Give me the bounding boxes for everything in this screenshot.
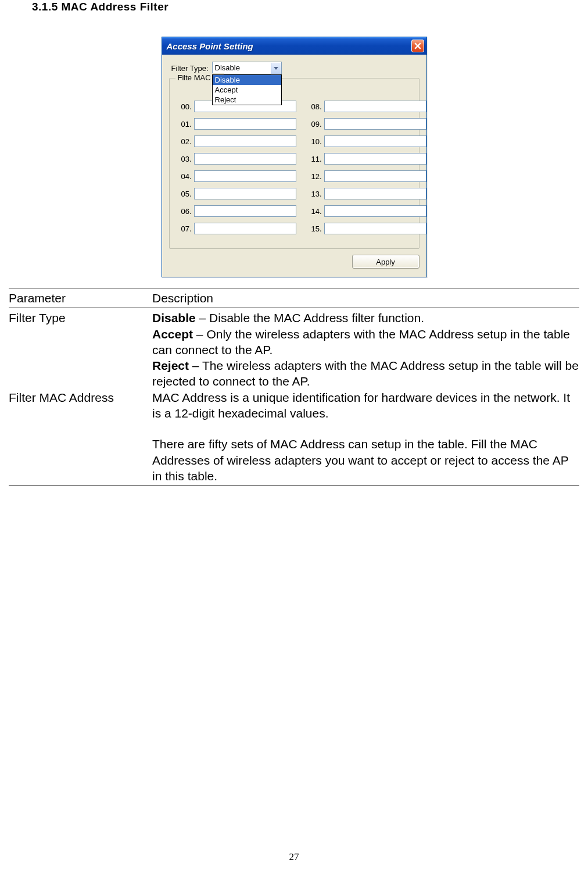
mac-row: 07. <box>177 223 296 234</box>
mac-input-08[interactable] <box>324 101 426 112</box>
mac-col-right: 08. 09. 10. 11. 12. 13. 14. 15. <box>307 101 426 240</box>
combo-arrow[interactable] <box>271 63 281 74</box>
mac-row: 15. <box>307 223 426 234</box>
apply-button[interactable]: Apply <box>352 255 420 269</box>
mac-label: 02. <box>177 137 192 146</box>
table-row: Filter Type Disable – Disable the MAC Ad… <box>9 310 579 389</box>
mac-input-06[interactable] <box>194 205 296 217</box>
mac-row: 09. <box>307 118 426 130</box>
mac-input-12[interactable] <box>324 170 426 182</box>
close-button[interactable] <box>411 40 424 52</box>
mac-input-13[interactable] <box>324 188 426 199</box>
param-filter-mac: Filter MAC Address <box>9 390 152 484</box>
mac-label: 05. <box>177 190 192 198</box>
text-reject: – The wireless adapters with the MAC Add… <box>152 359 579 388</box>
mac-input-11[interactable] <box>324 153 426 165</box>
mac-input-03[interactable] <box>194 153 296 165</box>
mac-label: 06. <box>177 207 192 216</box>
mac-label: 04. <box>177 172 192 181</box>
mac-label: 13. <box>307 190 322 198</box>
mac-label: 11. <box>307 155 322 163</box>
desc-filter-type: Disable – Disable the MAC Address filter… <box>152 310 579 389</box>
header-description: Description <box>152 290 579 306</box>
mac-row: 06. <box>177 205 296 217</box>
apply-row: Apply <box>169 255 420 269</box>
mac-row: 03. <box>177 153 296 165</box>
dialog-titlebar: Access Point Setting <box>162 37 426 55</box>
header-parameter: Parameter <box>9 290 152 306</box>
dialog-container: Access Point Setting Filter Type: Disabl… <box>0 13 588 288</box>
mac-input-04[interactable] <box>194 170 296 182</box>
filter-type-dropdown: Disable Accept Reject <box>212 74 282 105</box>
mac-input-01[interactable] <box>194 118 296 130</box>
mac-row: 13. <box>307 188 426 199</box>
mac-row: 10. <box>307 135 426 147</box>
mac-grid: 00. 01. 02. 03. 04. 05. 06. 07. 08. 09. … <box>177 101 412 240</box>
mac-label: 09. <box>307 120 322 129</box>
mac-input-09[interactable] <box>324 118 426 130</box>
spacer <box>152 421 579 436</box>
dropdown-option-accept[interactable]: Accept <box>213 85 281 95</box>
filter-type-label: Filter Type: <box>171 64 209 73</box>
mac-row: 05. <box>177 188 296 199</box>
mac-row: 12. <box>307 170 426 182</box>
filter-type-row: Filter Type: Disable Disable Accept R <box>169 62 420 74</box>
mac-label: 14. <box>307 207 322 216</box>
mac-label: 00. <box>177 102 192 111</box>
mac-input-07[interactable] <box>194 223 296 234</box>
mac-input-02[interactable] <box>194 135 296 147</box>
table-header: Parameter Description <box>9 288 579 308</box>
bold-accept: Accept <box>152 327 193 341</box>
mac-row: 02. <box>177 135 296 147</box>
filter-type-combo-wrap: Disable Disable Accept Reject <box>212 62 282 74</box>
description-table: Parameter Description Filter Type Disabl… <box>9 288 579 486</box>
mac-col-left: 00. 01. 02. 03. 04. 05. 06. 07. <box>177 101 296 240</box>
param-filter-type: Filter Type <box>9 310 152 389</box>
mac-row: 01. <box>177 118 296 130</box>
dropdown-option-disable[interactable]: Disable <box>213 75 281 85</box>
page-number: 27 <box>0 851 588 863</box>
mac-label: 10. <box>307 137 322 146</box>
desc-filter-mac: MAC Address is a unique identification f… <box>152 390 579 484</box>
mac-label: 15. <box>307 224 322 233</box>
table-row: Filter MAC Address MAC Address is a uniq… <box>9 390 579 484</box>
mac-filter-groupbox: Filte MAC Ad 00. 01. 02. 03. 04. 05. 06.… <box>169 78 420 249</box>
dialog-title: Access Point Setting <box>167 41 411 51</box>
combo-value: Disable <box>215 63 240 72</box>
mac-label: 08. <box>307 102 322 111</box>
mac-label: 12. <box>307 172 322 181</box>
mac-desc-1: MAC Address is a unique identification f… <box>152 390 579 422</box>
mac-input-10[interactable] <box>324 135 426 147</box>
mac-input-05[interactable] <box>194 188 296 199</box>
mac-row: 04. <box>177 170 296 182</box>
section-heading: 3.1.5 MAC Address Filter <box>0 0 588 13</box>
text-accept: – Only the wireless adapters with the MA… <box>152 327 570 356</box>
dropdown-option-reject[interactable]: Reject <box>213 95 281 105</box>
mac-input-15[interactable] <box>324 223 426 234</box>
mac-input-14[interactable] <box>324 205 426 217</box>
mac-label: 03. <box>177 155 192 163</box>
text-disable: – Disable the MAC Address filter functio… <box>196 311 424 324</box>
mac-row: 11. <box>307 153 426 165</box>
chevron-down-icon <box>274 67 278 70</box>
table-body: Filter Type Disable – Disable the MAC Ad… <box>9 308 579 486</box>
bold-disable: Disable <box>152 311 196 324</box>
access-point-dialog: Access Point Setting Filter Type: Disabl… <box>162 37 427 277</box>
dialog-body: Filter Type: Disable Disable Accept R <box>162 55 426 277</box>
filter-type-combo[interactable]: Disable <box>212 62 282 74</box>
mac-label: 07. <box>177 224 192 233</box>
mac-desc-2: There are fifty sets of MAC Address can … <box>152 436 579 484</box>
close-icon <box>414 42 421 49</box>
mac-label: 01. <box>177 120 192 129</box>
bold-reject: Reject <box>152 359 189 372</box>
mac-row: 08. <box>307 101 426 112</box>
mac-row: 14. <box>307 205 426 217</box>
